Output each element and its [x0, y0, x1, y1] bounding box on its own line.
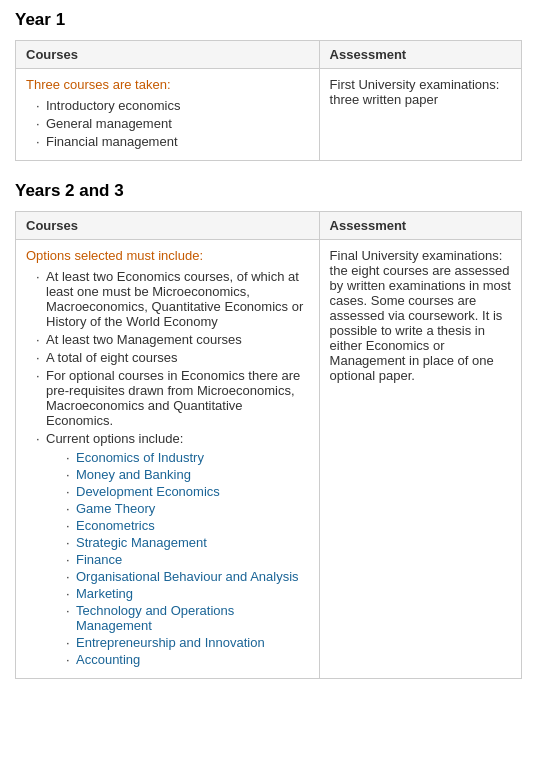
option-development-economics[interactable]: Development Economics	[76, 484, 220, 499]
option-technology-operations[interactable]: Technology and Operations Management	[76, 603, 234, 633]
years23-requirements-list: At least two Economics courses, of which…	[26, 269, 309, 667]
option-entrepreneurship[interactable]: Entrepreneurship and Innovation	[76, 635, 265, 650]
option-econometrics[interactable]: Econometrics	[76, 518, 155, 533]
option-strategic-management[interactable]: Strategic Management	[76, 535, 207, 550]
list-item: Game Theory	[66, 501, 309, 516]
option-marketing[interactable]: Marketing	[76, 586, 133, 601]
list-item: Accounting	[66, 652, 309, 667]
list-item: General management	[36, 116, 309, 131]
years23-courses-cell: Options selected must include: At least …	[16, 240, 320, 679]
list-item: Economics of Industry	[66, 450, 309, 465]
option-game-theory[interactable]: Game Theory	[76, 501, 155, 516]
year1-courses-cell: Three courses are taken: Introductory ec…	[16, 69, 320, 161]
years23-col-assessment-header: Assessment	[319, 212, 521, 240]
list-item: Entrepreneurship and Innovation	[66, 635, 309, 650]
option-organisational-behaviour[interactable]: Organisational Behaviour and Analysis	[76, 569, 299, 584]
list-item: Strategic Management	[66, 535, 309, 550]
option-money-banking[interactable]: Money and Banking	[76, 467, 191, 482]
list-item: At least two Management courses	[36, 332, 309, 347]
list-item: Introductory economics	[36, 98, 309, 113]
years23-table: Courses Assessment Options selected must…	[15, 211, 522, 679]
years23-assessment-text: Final University examinations: the eight…	[330, 248, 511, 383]
year1-col-assessment-header: Assessment	[319, 41, 521, 69]
year1-courses-list: Introductory economics General managemen…	[26, 98, 309, 149]
list-item: Current options include: Economics of In…	[36, 431, 309, 667]
list-item: Development Economics	[66, 484, 309, 499]
year1-section: Year 1 Courses Assessment Three courses …	[15, 10, 522, 161]
option-finance[interactable]: Finance	[76, 552, 122, 567]
list-item: Money and Banking	[66, 467, 309, 482]
list-item: At least two Economics courses, of which…	[36, 269, 309, 329]
list-item: Econometrics	[66, 518, 309, 533]
years23-options-list: Economics of Industry Money and Banking …	[46, 450, 309, 667]
year1-assessment-cell: First University examinations: three wri…	[319, 69, 521, 161]
list-item: Finance	[66, 552, 309, 567]
year1-table: Courses Assessment Three courses are tak…	[15, 40, 522, 161]
year1-col-courses-header: Courses	[16, 41, 320, 69]
list-item: Technology and Operations Management	[66, 603, 309, 633]
year1-heading: Year 1	[15, 10, 522, 30]
year1-assessment-text: First University examinations: three wri…	[330, 77, 500, 107]
list-item: For optional courses in Economics there …	[36, 368, 309, 428]
option-accounting[interactable]: Accounting	[76, 652, 140, 667]
list-item: Financial management	[36, 134, 309, 149]
list-item: Marketing	[66, 586, 309, 601]
list-item: Organisational Behaviour and Analysis	[66, 569, 309, 584]
years23-col-courses-header: Courses	[16, 212, 320, 240]
years23-section: Years 2 and 3 Courses Assessment Options…	[15, 181, 522, 679]
list-item: A total of eight courses	[36, 350, 309, 365]
year1-intro: Three courses are taken:	[26, 77, 309, 92]
option-economics-industry[interactable]: Economics of Industry	[76, 450, 204, 465]
years23-intro: Options selected must include:	[26, 248, 309, 263]
years23-assessment-cell: Final University examinations: the eight…	[319, 240, 521, 679]
years23-heading: Years 2 and 3	[15, 181, 522, 201]
